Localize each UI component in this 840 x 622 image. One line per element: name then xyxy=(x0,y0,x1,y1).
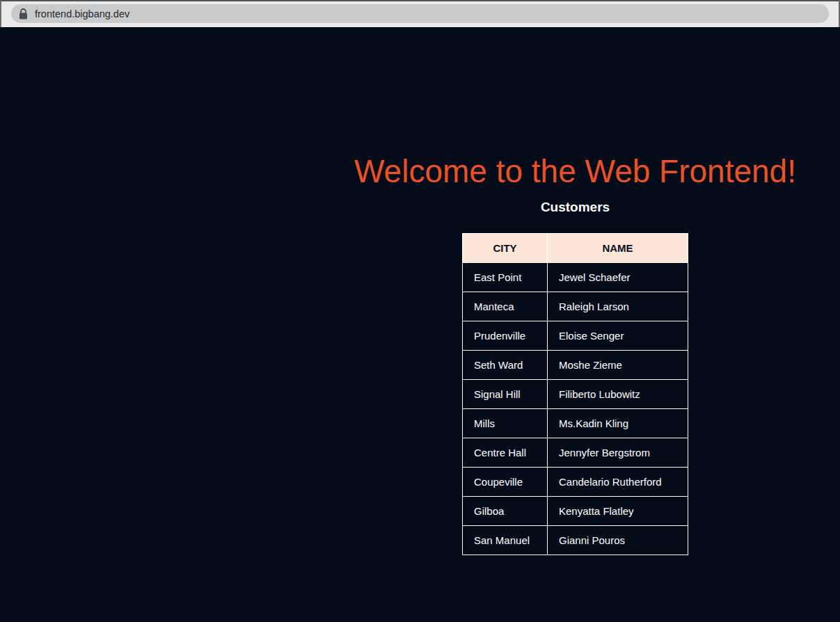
table-row: East Point Jewel Schaefer xyxy=(463,262,688,292)
page: Welcome to the Web Frontend! Customers C… xyxy=(0,27,840,622)
table-row: San Manuel Gianni Pouros xyxy=(463,525,688,555)
city-cell: East Point xyxy=(463,262,548,292)
city-cell: Signal Hill xyxy=(463,379,548,408)
city-cell: San Manuel xyxy=(463,525,548,555)
name-cell: Jewel Schaefer xyxy=(548,262,688,292)
name-cell: Kenyatta Flatley xyxy=(548,496,688,525)
table-row: Signal Hill Filiberto Lubowitz xyxy=(463,379,688,408)
table-row: Coupeville Candelario Rutherford xyxy=(463,467,688,496)
name-cell: Raleigh Larson xyxy=(548,292,688,321)
city-cell: Prudenville xyxy=(463,321,548,350)
table-row: Mills Ms.Kadin Kling xyxy=(463,408,688,438)
address-bar[interactable]: frontend.bigbang.dev xyxy=(11,4,829,23)
city-cell: Manteca xyxy=(463,292,548,321)
city-cell: Seth Ward xyxy=(463,350,548,379)
column-header-name: NAME xyxy=(548,233,688,262)
table-body: East Point Jewel Schaefer Manteca Raleig… xyxy=(463,262,688,555)
city-cell: Centre Hall xyxy=(463,438,548,467)
name-cell: Jennyfer Bergstrom xyxy=(548,438,688,467)
table-row: Seth Ward Moshe Zieme xyxy=(463,350,688,379)
table-row: Prudenville Eloise Senger xyxy=(463,321,688,350)
city-cell: Coupeville xyxy=(463,467,548,496)
lock-icon xyxy=(19,8,28,19)
name-cell: Moshe Zieme xyxy=(548,350,688,379)
city-cell: Mills xyxy=(463,408,548,438)
table-row: Centre Hall Jennyfer Bergstrom xyxy=(463,438,688,467)
city-cell: Gilboa xyxy=(463,496,548,525)
customers-table: CITY NAME East Point Jewel Schaefer Mant… xyxy=(462,233,688,555)
name-cell: Filiberto Lubowitz xyxy=(548,379,688,408)
column-header-city: CITY xyxy=(463,233,548,262)
table-header: CITY NAME xyxy=(463,233,688,262)
section-title: Customers xyxy=(310,200,840,215)
content-area: Welcome to the Web Frontend! Customers C… xyxy=(310,27,840,555)
name-cell: Candelario Rutherford xyxy=(548,467,688,496)
url-text[interactable]: frontend.bigbang.dev xyxy=(35,8,129,19)
table-row: Manteca Raleigh Larson xyxy=(463,292,688,321)
table-row: Gilboa Kenyatta Flatley xyxy=(463,496,688,525)
name-cell: Eloise Senger xyxy=(548,321,688,350)
name-cell: Gianni Pouros xyxy=(548,525,688,555)
browser-toolbar: frontend.bigbang.dev xyxy=(0,0,840,27)
page-title: Welcome to the Web Frontend! xyxy=(310,27,840,190)
name-cell: Ms.Kadin Kling xyxy=(548,408,688,438)
